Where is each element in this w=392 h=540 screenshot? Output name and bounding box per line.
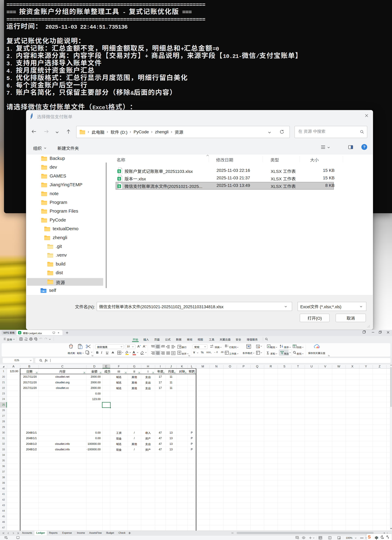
svg-text:S: S <box>118 170 120 173</box>
svg-text:S: S <box>118 185 120 188</box>
svg-text:S: S <box>118 177 120 180</box>
